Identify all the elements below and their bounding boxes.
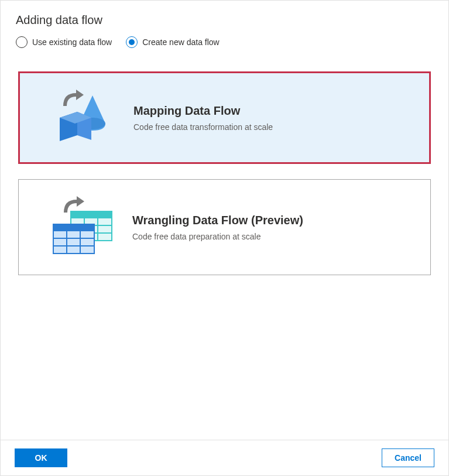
radio-label: Create new data flow [142, 37, 220, 47]
radio-group: Use existing data flow Create new data f… [1, 36, 448, 54]
card-wrangling-data-flow[interactable]: Wrangling Data Flow (Preview) Code free … [18, 179, 431, 275]
radio-use-existing[interactable]: Use existing data flow [16, 36, 112, 48]
card-mapping-data-flow[interactable]: Mapping Data Flow Code free data transfo… [18, 71, 431, 164]
card-title: Wrangling Data Flow (Preview) [132, 214, 416, 227]
radio-create-new[interactable]: Create new data flow [126, 36, 220, 48]
radio-label: Use existing data flow [32, 37, 112, 47]
card-text: Wrangling Data Flow (Preview) Code free … [132, 214, 416, 241]
radio-dot-icon [129, 39, 135, 45]
card-title: Mapping Data Flow [133, 104, 415, 118]
card-list: Mapping Data Flow Code free data transfo… [1, 54, 448, 440]
ok-button[interactable]: OK [15, 448, 67, 467]
card-description: Code free data preparation at scale [132, 232, 416, 241]
svg-rect-13 [53, 224, 94, 231]
mapping-data-flow-icon [34, 88, 133, 147]
radio-icon [126, 36, 138, 48]
radio-icon [16, 36, 28, 48]
dialog-header: Adding data flow [1, 1, 448, 36]
card-description: Code free data transformation at scale [133, 122, 415, 132]
dialog-footer: OK Cancel [1, 440, 448, 475]
card-text: Mapping Data Flow Code free data transfo… [133, 104, 415, 132]
svg-rect-6 [71, 211, 112, 218]
cancel-button[interactable]: Cancel [382, 448, 434, 467]
dialog-title: Adding data flow [16, 13, 433, 27]
wrangling-data-flow-icon [33, 195, 132, 259]
